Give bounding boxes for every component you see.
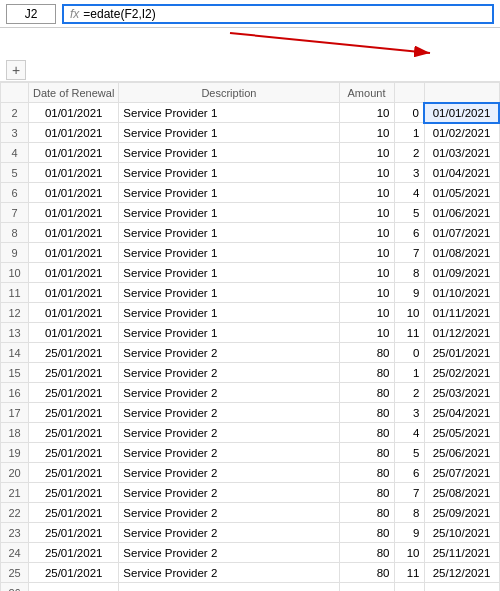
cell-date-renewal[interactable]: 25/01/2021 bbox=[29, 463, 119, 483]
cell-j[interactable]: 01/02/2021 bbox=[424, 123, 499, 143]
cell-amount[interactable]: 80 bbox=[339, 563, 394, 583]
cell-description[interactable]: Service Provider 2 bbox=[119, 483, 339, 503]
col-header-h[interactable]: Amount bbox=[339, 83, 394, 103]
cell-amount[interactable]: 10 bbox=[339, 283, 394, 303]
cell-i[interactable]: 1 bbox=[394, 363, 424, 383]
cell-i[interactable]: 5 bbox=[394, 203, 424, 223]
cell-i[interactable]: 11 bbox=[394, 323, 424, 343]
cell-description[interactable]: Service Provider 1 bbox=[119, 263, 339, 283]
cell-amount[interactable]: 10 bbox=[339, 303, 394, 323]
cell-amount[interactable]: 10 bbox=[339, 183, 394, 203]
cell-j[interactable]: 01/11/2021 bbox=[424, 303, 499, 323]
col-header-j[interactable] bbox=[424, 83, 499, 103]
cell-j[interactable] bbox=[424, 583, 499, 592]
cell-j[interactable]: 25/09/2021 bbox=[424, 503, 499, 523]
col-header-i[interactable] bbox=[394, 83, 424, 103]
cell-i[interactable]: 8 bbox=[394, 503, 424, 523]
cell-amount[interactable]: 80 bbox=[339, 443, 394, 463]
cell-amount[interactable]: 80 bbox=[339, 503, 394, 523]
cell-i[interactable]: 10 bbox=[394, 543, 424, 563]
cell-i[interactable]: 6 bbox=[394, 463, 424, 483]
cell-amount[interactable]: 80 bbox=[339, 423, 394, 443]
cell-description[interactable]: Service Provider 1 bbox=[119, 163, 339, 183]
cell-amount[interactable]: 10 bbox=[339, 263, 394, 283]
cell-description[interactable]: Service Provider 2 bbox=[119, 343, 339, 363]
cell-j[interactable]: 01/07/2021 bbox=[424, 223, 499, 243]
formula-input[interactable]: fx =edate(F2,I2) bbox=[62, 4, 494, 24]
cell-description[interactable]: Service Provider 2 bbox=[119, 363, 339, 383]
cell-j[interactable]: 01/03/2021 bbox=[424, 143, 499, 163]
cell-j[interactable]: 01/08/2021 bbox=[424, 243, 499, 263]
cell-description[interactable]: Service Provider 2 bbox=[119, 403, 339, 423]
cell-description[interactable]: Service Provider 2 bbox=[119, 503, 339, 523]
cell-date-renewal[interactable]: 25/01/2021 bbox=[29, 563, 119, 583]
cell-description[interactable]: Service Provider 2 bbox=[119, 463, 339, 483]
cell-amount[interactable]: 10 bbox=[339, 203, 394, 223]
cell-i[interactable]: 11 bbox=[394, 563, 424, 583]
cell-j[interactable]: 01/09/2021 bbox=[424, 263, 499, 283]
cell-j[interactable]: 25/12/2021 bbox=[424, 563, 499, 583]
cell-date-renewal[interactable]: 01/01/2021 bbox=[29, 323, 119, 343]
cell-i[interactable]: 4 bbox=[394, 423, 424, 443]
cell-j[interactable]: 25/05/2021 bbox=[424, 423, 499, 443]
cell-description[interactable]: Service Provider 2 bbox=[119, 423, 339, 443]
cell-amount[interactable]: 80 bbox=[339, 463, 394, 483]
add-sheet-button[interactable]: + bbox=[6, 60, 26, 80]
cell-description[interactable]: Service Provider 1 bbox=[119, 283, 339, 303]
cell-amount[interactable]: 80 bbox=[339, 363, 394, 383]
cell-i[interactable] bbox=[394, 583, 424, 592]
cell-j[interactable]: 25/02/2021 bbox=[424, 363, 499, 383]
cell-description[interactable]: Service Provider 2 bbox=[119, 383, 339, 403]
cell-description[interactable]: Service Provider 2 bbox=[119, 543, 339, 563]
cell-amount[interactable]: 80 bbox=[339, 543, 394, 563]
cell-i[interactable]: 2 bbox=[394, 143, 424, 163]
cell-j[interactable]: 25/08/2021 bbox=[424, 483, 499, 503]
cell-i[interactable]: 9 bbox=[394, 283, 424, 303]
cell-date-renewal[interactable]: 25/01/2021 bbox=[29, 383, 119, 403]
cell-i[interactable]: 7 bbox=[394, 483, 424, 503]
cell-description[interactable]: Service Provider 1 bbox=[119, 123, 339, 143]
cell-description[interactable]: Service Provider 1 bbox=[119, 203, 339, 223]
cell-i[interactable]: 4 bbox=[394, 183, 424, 203]
cell-amount[interactable]: 10 bbox=[339, 103, 394, 123]
cell-amount[interactable]: 80 bbox=[339, 523, 394, 543]
cell-j[interactable]: 25/03/2021 bbox=[424, 383, 499, 403]
cell-i[interactable]: 1 bbox=[394, 123, 424, 143]
cell-date-renewal[interactable]: 25/01/2021 bbox=[29, 543, 119, 563]
cell-description[interactable]: Service Provider 1 bbox=[119, 323, 339, 343]
cell-date-renewal[interactable]: 01/01/2021 bbox=[29, 243, 119, 263]
cell-date-renewal[interactable]: 01/01/2021 bbox=[29, 303, 119, 323]
cell-date-renewal[interactable]: 25/01/2021 bbox=[29, 363, 119, 383]
cell-date-renewal[interactable]: 25/01/2021 bbox=[29, 343, 119, 363]
cell-description[interactable]: Service Provider 1 bbox=[119, 143, 339, 163]
cell-amount[interactable]: 80 bbox=[339, 403, 394, 423]
cell-description[interactable]: Service Provider 1 bbox=[119, 183, 339, 203]
cell-date-renewal[interactable]: 25/01/2021 bbox=[29, 523, 119, 543]
cell-description[interactable] bbox=[119, 583, 339, 592]
cell-date-renewal[interactable]: 25/01/2021 bbox=[29, 403, 119, 423]
cell-date-renewal[interactable]: 25/01/2021 bbox=[29, 443, 119, 463]
cell-reference-box[interactable]: J2 bbox=[6, 4, 56, 24]
cell-i[interactable]: 10 bbox=[394, 303, 424, 323]
cell-i[interactable]: 9 bbox=[394, 523, 424, 543]
cell-date-renewal[interactable]: 01/01/2021 bbox=[29, 203, 119, 223]
cell-date-renewal[interactable]: 01/01/2021 bbox=[29, 183, 119, 203]
cell-date-renewal[interactable]: 01/01/2021 bbox=[29, 263, 119, 283]
cell-i[interactable]: 3 bbox=[394, 163, 424, 183]
cell-amount[interactable]: 10 bbox=[339, 223, 394, 243]
cell-j[interactable]: 25/10/2021 bbox=[424, 523, 499, 543]
cell-date-renewal[interactable]: 25/01/2021 bbox=[29, 483, 119, 503]
cell-date-renewal[interactable]: 01/01/2021 bbox=[29, 143, 119, 163]
cell-j[interactable]: 25/06/2021 bbox=[424, 443, 499, 463]
cell-i[interactable]: 0 bbox=[394, 103, 424, 123]
cell-amount[interactable]: 80 bbox=[339, 483, 394, 503]
cell-amount[interactable]: 10 bbox=[339, 123, 394, 143]
cell-date-renewal[interactable] bbox=[29, 583, 119, 592]
cell-date-renewal[interactable]: 25/01/2021 bbox=[29, 423, 119, 443]
cell-amount[interactable]: 10 bbox=[339, 143, 394, 163]
cell-j[interactable]: 01/06/2021 bbox=[424, 203, 499, 223]
cell-j[interactable]: 01/04/2021 bbox=[424, 163, 499, 183]
cell-j[interactable]: 25/11/2021 bbox=[424, 543, 499, 563]
cell-j[interactable]: 25/07/2021 bbox=[424, 463, 499, 483]
cell-j[interactable]: 01/12/2021 bbox=[424, 323, 499, 343]
